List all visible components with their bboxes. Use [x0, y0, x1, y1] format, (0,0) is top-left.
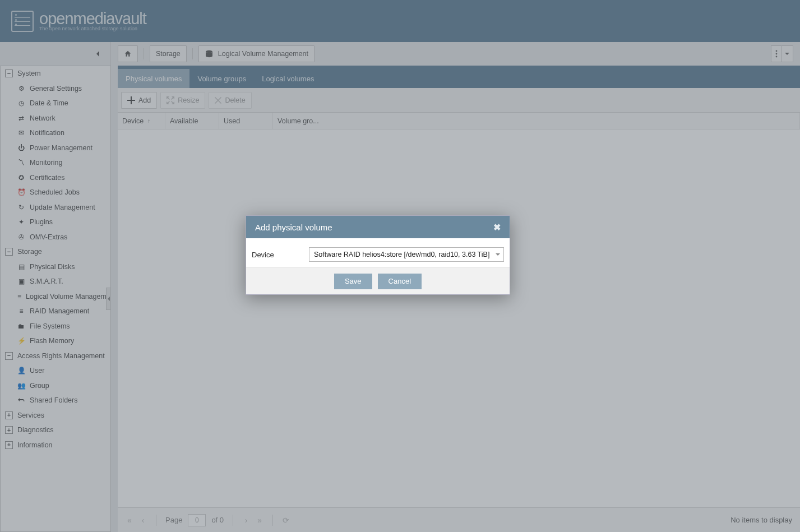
- dialog-close-button[interactable]: ✖: [493, 222, 501, 233]
- cancel-button[interactable]: Cancel: [378, 274, 422, 289]
- add-physical-volume-dialog: Add physical volume ✖ Device Software RA…: [246, 215, 510, 295]
- device-select-value: Software RAID helios4:store [/dev/md0, r…: [314, 251, 489, 258]
- caret-down-icon: [496, 253, 500, 256]
- dialog-footer: Save Cancel: [246, 267, 510, 294]
- device-select[interactable]: Software RAID helios4:store [/dev/md0, r…: [309, 247, 504, 262]
- save-button[interactable]: Save: [334, 274, 372, 289]
- device-label: Device: [252, 251, 306, 259]
- dialog-title: Add physical volume: [255, 223, 332, 232]
- dialog-title-bar[interactable]: Add physical volume ✖: [246, 216, 510, 238]
